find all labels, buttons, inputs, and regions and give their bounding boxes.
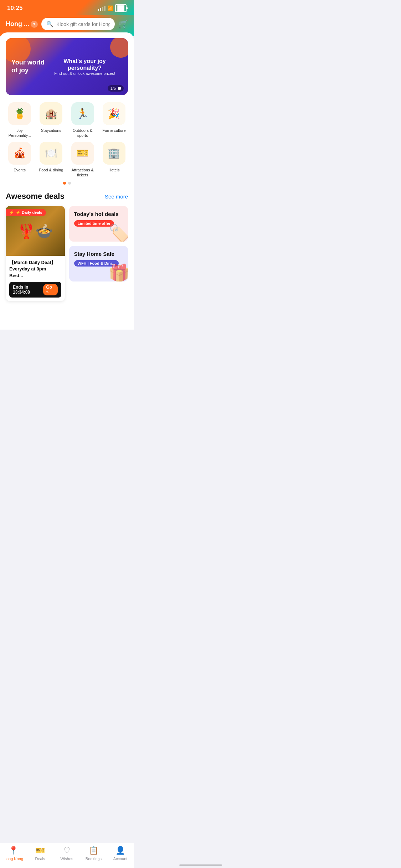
attractions-label: Attractions & tickets <box>69 167 97 178</box>
daily-deal-card[interactable]: 🦞🍲 ⚡ ⚡ Daily deals 【March Daily Deal】Eve… <box>6 206 65 301</box>
banner-main-text: What's your joy personality? <box>47 58 122 71</box>
location-chevron-icon: ▼ <box>31 21 38 28</box>
deal-title: 【March Daily Deal】Everyday at 9pm Best..… <box>9 259 61 279</box>
category-staycations[interactable]: 🏨 Staycations <box>37 102 65 138</box>
joy-personality-icon: 🍍 <box>8 102 31 125</box>
battery-icon: ██ <box>115 4 127 12</box>
hot-deals-icon: 🏷️ <box>108 223 128 242</box>
stay-home-card[interactable]: Stay Home Safe WFH | Food & Dini... 🎁 <box>69 246 128 281</box>
category-grid-row2: 🎪 Events 🍽️ Food & dining 🎫 Attractions … <box>6 142 128 178</box>
fun-culture-icon: 🎉 <box>103 102 125 125</box>
daily-deals-badge: ⚡ ⚡ Daily deals <box>6 209 46 216</box>
deal-cards-right: Today's hot deals Limited time offer 🏷️ … <box>69 206 128 301</box>
outdoors-icon: 🏃 <box>71 102 94 125</box>
timer-label: Ends in 13:34:08 <box>13 285 43 295</box>
category-food-dining[interactable]: 🍽️ Food & dining <box>37 142 65 178</box>
location-label: Hong ... <box>6 20 29 28</box>
search-input[interactable] <box>56 21 110 27</box>
hot-deals-title: Today's hot deals <box>74 211 123 217</box>
category-attractions-tickets[interactable]: 🎫 Attractions & tickets <box>69 142 97 178</box>
cart-icon: 🛒 <box>118 20 128 29</box>
dot-2 <box>68 182 71 185</box>
fun-culture-label: Fun & culture <box>102 128 125 133</box>
attractions-icon: 🎫 <box>71 142 94 165</box>
lightning-icon: ⚡ <box>9 210 14 215</box>
page-dots <box>6 182 128 185</box>
see-more-button[interactable]: See more <box>105 193 128 200</box>
hotels-label: Hotels <box>108 167 119 172</box>
category-outdoors[interactable]: 🏃 Outdoors & sports <box>69 102 97 138</box>
banner-left-text: Your world of joy <box>11 59 47 74</box>
category-joy-personality[interactable]: 🍍 Joy Personality... <box>6 102 34 138</box>
dot-1 <box>63 182 66 185</box>
deal-image: 🦞🍲 ⚡ ⚡ Daily deals <box>6 206 65 256</box>
deal-timer: Ends in 13:34:08 Go » <box>9 282 61 298</box>
banner-dot <box>118 87 121 90</box>
main-content: Your world of joy What's your joy person… <box>0 32 134 330</box>
category-hotels[interactable]: 🏢 Hotels <box>100 142 128 178</box>
status-bar: 10:25 📶 ██ <box>0 0 134 15</box>
outdoors-label: Outdoors & sports <box>69 128 97 138</box>
category-grid-row1: 🍍 Joy Personality... 🏨 Staycations 🏃 Out… <box>6 102 128 138</box>
promo-banner[interactable]: Your world of joy What's your joy person… <box>6 38 128 95</box>
deal-info: 【March Daily Deal】Everyday at 9pm Best..… <box>6 256 65 301</box>
search-icon: 🔍 <box>46 21 53 27</box>
limited-time-tag: Limited time offer <box>74 220 114 227</box>
category-events[interactable]: 🎪 Events <box>6 142 34 178</box>
stay-home-icon: 🎁 <box>108 263 128 281</box>
status-icons: 📶 ██ <box>98 4 127 12</box>
food-dining-icon: 🍽️ <box>40 142 62 165</box>
banner-page-indicator: 1/5 <box>108 85 124 92</box>
staycations-icon: 🏨 <box>40 102 62 125</box>
wifi-icon: 📶 <box>107 5 113 11</box>
location-button[interactable]: Hong ... ▼ <box>6 20 38 28</box>
events-icon: 🎪 <box>8 142 31 165</box>
joy-personality-label: Joy Personality... <box>6 128 34 138</box>
cart-button[interactable]: 🛒 <box>118 20 128 29</box>
awesome-deals-title: Awesome deals <box>6 192 65 201</box>
banner-right-content: What's your joy personality? Find out & … <box>47 58 122 76</box>
status-time: 10:25 <box>7 5 22 12</box>
awesome-deals-header: Awesome deals See more <box>6 192 128 201</box>
category-fun-culture[interactable]: 🎉 Fun & culture <box>100 102 128 138</box>
search-bar[interactable]: 🔍 <box>41 18 115 30</box>
banner-sub-text: Find out & unlock awesome prizes! <box>47 71 122 76</box>
staycations-label: Staycations <box>41 128 61 133</box>
events-label: Events <box>14 167 26 172</box>
food-dining-label: Food & dining <box>39 167 63 172</box>
deals-grid: 🦞🍲 ⚡ ⚡ Daily deals 【March Daily Deal】Eve… <box>6 206 128 301</box>
go-button[interactable]: Go » <box>43 284 57 295</box>
stay-home-title: Stay Home Safe <box>74 251 123 257</box>
hotels-icon: 🏢 <box>103 142 125 165</box>
signal-icon <box>98 6 106 11</box>
hot-deals-card[interactable]: Today's hot deals Limited time offer 🏷️ <box>69 206 128 242</box>
